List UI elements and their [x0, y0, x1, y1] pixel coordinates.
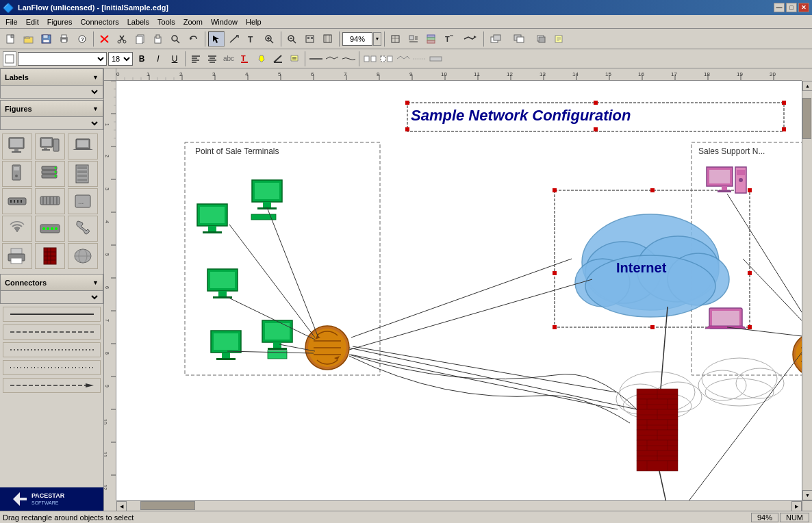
figure-tower[interactable] — [2, 161, 32, 187]
shadow-button[interactable] — [533, 31, 550, 47]
copy-button[interactable] — [132, 31, 149, 47]
figure-switch2[interactable] — [35, 188, 65, 214]
font-size-selector[interactable]: 18 — [108, 52, 133, 66]
label-style-button[interactable]: abc — [221, 52, 236, 66]
menu-help[interactable]: Help — [242, 16, 266, 27]
figure-rack[interactable] — [68, 161, 98, 187]
figure-hub[interactable] — [35, 216, 65, 242]
line-end-style[interactable] — [428, 52, 443, 66]
figure-misc[interactable]: ... — [68, 188, 98, 214]
zoom-input[interactable]: 94% — [342, 32, 372, 46]
zoom-in-tool[interactable] — [262, 31, 278, 47]
font-selector[interactable] — [18, 52, 107, 66]
underline-button[interactable]: U — [167, 52, 182, 66]
find-button[interactable] — [168, 31, 184, 47]
select-tool[interactable] — [208, 31, 225, 47]
line-style-1[interactable] — [308, 52, 323, 66]
delete-button[interactable] — [97, 31, 113, 47]
connectors-dropdown[interactable] — [0, 290, 103, 304]
open-button[interactable] — [21, 31, 37, 47]
align-left-button[interactable] — [188, 52, 203, 66]
labels-dropdown[interactable] — [0, 85, 103, 99]
text-tool[interactable]: T — [244, 31, 260, 47]
diagram-canvas[interactable]: Sample Network Configuration Point of Sa… — [116, 81, 802, 500]
connector-arrow[interactable] — [3, 378, 101, 393]
menu-figures[interactable]: Figures — [43, 16, 77, 27]
fill-color-button[interactable] — [254, 52, 269, 66]
scroll-right-button[interactable]: ▶ — [791, 501, 802, 511]
align-center-button[interactable] — [205, 52, 220, 66]
line-color-button[interactable] — [270, 52, 286, 66]
menu-labels[interactable]: Labels — [123, 16, 153, 27]
line-style-3[interactable] — [341, 52, 356, 66]
menu-connectors[interactable]: Connectors — [76, 16, 123, 27]
bold-button[interactable]: B — [134, 52, 149, 66]
svg-text:11: 11 — [104, 452, 107, 457]
note-button[interactable] — [551, 31, 568, 47]
labels-section-header[interactable]: Labels ▼ — [0, 68, 103, 85]
figure-desktop1[interactable] — [2, 133, 32, 160]
zoom-actual[interactable] — [320, 31, 336, 47]
bring-front-button[interactable] — [487, 31, 509, 47]
print-button[interactable] — [56, 31, 73, 47]
connector-dotted2[interactable] — [3, 360, 101, 375]
border-style3[interactable] — [395, 52, 410, 66]
labels-select[interactable] — [3, 88, 100, 97]
paste-button[interactable] — [150, 31, 166, 47]
scroll-thumb-v[interactable] — [802, 98, 811, 139]
figure-wireless[interactable] — [2, 216, 32, 242]
line-style-2[interactable] — [325, 52, 340, 66]
zoom-out-mag[interactable] — [284, 31, 301, 47]
figure-firewall[interactable] — [35, 243, 65, 269]
text-bg-button[interactable] — [287, 52, 302, 66]
layers-button[interactable] — [423, 31, 440, 47]
border-style2[interactable] — [379, 52, 394, 66]
save-button[interactable] — [38, 31, 55, 47]
scroll-left-button[interactable]: ◀ — [116, 501, 127, 511]
connect-tool[interactable] — [226, 31, 242, 47]
figure-server[interactable] — [35, 161, 65, 187]
connector-solid[interactable] — [3, 307, 101, 322]
connector-dashed1[interactable] — [3, 324, 101, 340]
figures-dropdown[interactable] — [0, 116, 103, 130]
close-button[interactable]: ✕ — [798, 3, 809, 12]
figures-select[interactable] — [3, 119, 100, 128]
send-back-button[interactable] — [510, 31, 532, 47]
undo-button[interactable] — [186, 31, 202, 47]
connectors-section-header[interactable]: Connectors ▼ — [0, 274, 103, 290]
route-button[interactable] — [459, 31, 481, 47]
figure-printer[interactable] — [2, 243, 32, 269]
text-color-button[interactable]: T — [238, 52, 253, 66]
scroll-up-button[interactable]: ▲ — [802, 81, 812, 91]
menu-edit[interactable]: Edit — [22, 16, 43, 27]
new-button[interactable] — [3, 31, 19, 47]
border-style4[interactable] — [411, 52, 427, 66]
border-style1[interactable] — [362, 52, 377, 66]
menu-zoom[interactable]: Zoom — [179, 16, 207, 27]
cut-button[interactable] — [114, 31, 131, 47]
text-style-button[interactable]: T — [441, 31, 457, 47]
connectors-select[interactable] — [3, 293, 100, 302]
maximize-button[interactable]: □ — [786, 3, 797, 12]
style-indicator[interactable] — [3, 51, 16, 66]
menu-window[interactable]: Window — [207, 16, 242, 27]
zoom-dropdown-arrow[interactable]: ▼ — [373, 32, 381, 46]
properties-button[interactable] — [405, 31, 422, 47]
scroll-down-button[interactable]: ▼ — [802, 490, 812, 500]
menu-tools[interactable]: Tools — [153, 16, 179, 27]
connector-dotted1[interactable] — [3, 342, 101, 357]
minimize-button[interactable]: — — [774, 3, 785, 12]
grid-button[interactable] — [388, 31, 404, 47]
figures-section-header[interactable]: Figures ▼ — [0, 100, 103, 116]
figure-desktop2[interactable] — [35, 133, 65, 160]
zoom-selector[interactable]: 94% ▼ — [342, 32, 381, 46]
figure-phone[interactable] — [68, 216, 98, 242]
zoom-fit[interactable] — [302, 31, 318, 47]
scroll-thumb-h[interactable] — [140, 501, 195, 510]
figure-laptop[interactable] — [68, 133, 98, 160]
menu-file[interactable]: File — [1, 16, 22, 27]
figure-extra[interactable] — [68, 243, 98, 269]
figure-switch1[interactable] — [2, 188, 32, 214]
italic-button[interactable]: I — [151, 52, 166, 66]
help-button[interactable]: ? — [74, 31, 90, 47]
